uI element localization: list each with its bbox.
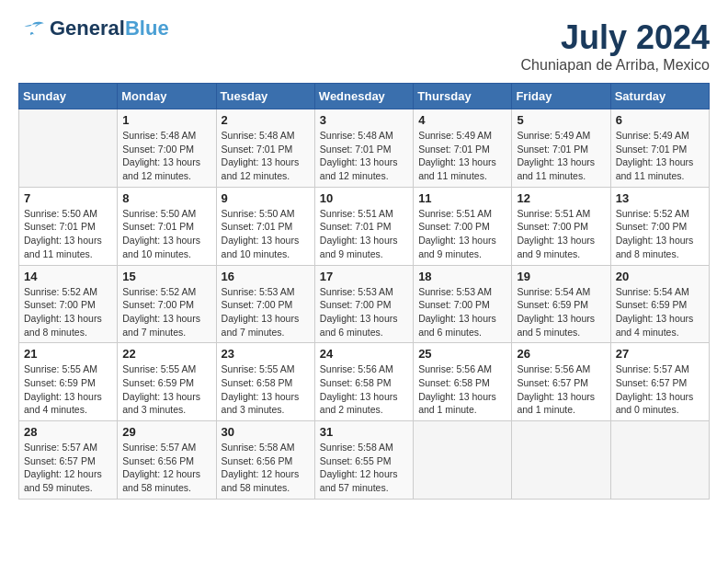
day-number: 5 xyxy=(517,113,605,127)
calendar-week-5: 28Sunrise: 5:57 AMSunset: 6:57 PMDayligh… xyxy=(19,421,710,500)
day-number: 22 xyxy=(122,347,210,361)
calendar-cell: 31Sunrise: 5:58 AMSunset: 6:55 PMDayligh… xyxy=(314,421,413,500)
calendar-header-row: SundayMondayTuesdayWednesdayThursdayFrid… xyxy=(19,84,710,109)
calendar-cell: 3Sunrise: 5:48 AMSunset: 7:01 PMDaylight… xyxy=(314,109,413,188)
day-number: 16 xyxy=(222,270,310,283)
day-info: Sunrise: 5:55 AMSunset: 6:58 PMDaylight:… xyxy=(222,362,310,417)
calendar-header-tuesday: Tuesday xyxy=(216,84,314,109)
calendar-header-wednesday: Wednesday xyxy=(314,84,413,109)
day-info: Sunrise: 5:51 AMSunset: 7:00 PMDaylight:… xyxy=(517,207,605,261)
day-number: 9 xyxy=(222,191,310,205)
day-info: Sunrise: 5:57 AMSunset: 6:57 PMDaylight:… xyxy=(24,441,112,495)
day-number: 17 xyxy=(320,270,408,283)
day-info: Sunrise: 5:55 AMSunset: 6:59 PMDaylight:… xyxy=(122,362,210,417)
day-number: 18 xyxy=(418,270,506,283)
day-number: 19 xyxy=(517,270,605,283)
calendar-week-4: 21Sunrise: 5:55 AMSunset: 6:59 PMDayligh… xyxy=(19,343,710,421)
day-number: 31 xyxy=(320,425,408,439)
day-number: 21 xyxy=(24,347,112,361)
title-block: July 2024 Chuniapan de Arriba, Mexico xyxy=(521,18,710,74)
main-title: July 2024 xyxy=(521,18,710,57)
page-header: GeneralBlue July 2024 Chuniapan de Arrib… xyxy=(18,18,710,74)
day-number: 13 xyxy=(616,191,704,205)
calendar-cell: 18Sunrise: 5:53 AMSunset: 7:00 PMDayligh… xyxy=(414,265,512,343)
day-number: 12 xyxy=(517,191,605,205)
calendar-cell: 20Sunrise: 5:54 AMSunset: 6:59 PMDayligh… xyxy=(610,265,709,343)
day-number: 24 xyxy=(320,347,408,361)
calendar-cell: 19Sunrise: 5:54 AMSunset: 6:59 PMDayligh… xyxy=(512,265,610,343)
calendar-cell: 1Sunrise: 5:48 AMSunset: 7:00 PMDaylight… xyxy=(118,109,216,188)
calendar-cell: 7Sunrise: 5:50 AMSunset: 7:01 PMDaylight… xyxy=(19,187,118,265)
calendar-cell: 30Sunrise: 5:58 AMSunset: 6:56 PMDayligh… xyxy=(216,421,314,500)
calendar-cell: 17Sunrise: 5:53 AMSunset: 7:00 PMDayligh… xyxy=(314,265,413,343)
day-info: Sunrise: 5:54 AMSunset: 6:59 PMDaylight:… xyxy=(517,285,605,339)
day-number: 3 xyxy=(320,113,408,127)
day-info: Sunrise: 5:51 AMSunset: 7:00 PMDaylight:… xyxy=(418,207,506,261)
day-info: Sunrise: 5:57 AMSunset: 6:56 PMDaylight:… xyxy=(122,441,210,495)
calendar-cell: 2Sunrise: 5:48 AMSunset: 7:01 PMDaylight… xyxy=(216,109,314,188)
calendar-week-3: 14Sunrise: 5:52 AMSunset: 7:00 PMDayligh… xyxy=(19,265,710,343)
calendar-cell: 13Sunrise: 5:52 AMSunset: 7:00 PMDayligh… xyxy=(610,187,709,265)
day-number: 23 xyxy=(222,347,310,361)
day-info: Sunrise: 5:49 AMSunset: 7:01 PMDaylight:… xyxy=(616,129,704,183)
day-info: Sunrise: 5:56 AMSunset: 6:57 PMDaylight:… xyxy=(517,362,605,417)
calendar-cell: 15Sunrise: 5:52 AMSunset: 7:00 PMDayligh… xyxy=(118,265,216,343)
day-number: 29 xyxy=(122,425,210,439)
calendar-cell: 10Sunrise: 5:51 AMSunset: 7:01 PMDayligh… xyxy=(314,187,413,265)
logo-text: GeneralBlue xyxy=(50,18,169,39)
logo: GeneralBlue xyxy=(18,18,169,39)
day-number: 20 xyxy=(616,270,704,283)
day-info: Sunrise: 5:52 AMSunset: 7:00 PMDaylight:… xyxy=(122,285,210,339)
day-info: Sunrise: 5:49 AMSunset: 7:01 PMDaylight:… xyxy=(418,129,506,183)
day-info: Sunrise: 5:52 AMSunset: 7:00 PMDaylight:… xyxy=(616,207,704,261)
calendar-cell: 11Sunrise: 5:51 AMSunset: 7:00 PMDayligh… xyxy=(414,187,512,265)
day-info: Sunrise: 5:53 AMSunset: 7:00 PMDaylight:… xyxy=(320,285,408,339)
day-info: Sunrise: 5:50 AMSunset: 7:01 PMDaylight:… xyxy=(122,207,210,261)
calendar-cell: 26Sunrise: 5:56 AMSunset: 6:57 PMDayligh… xyxy=(512,343,610,421)
calendar-header-saturday: Saturday xyxy=(610,84,709,109)
calendar-cell: 5Sunrise: 5:49 AMSunset: 7:01 PMDaylight… xyxy=(512,109,610,188)
day-info: Sunrise: 5:52 AMSunset: 7:00 PMDaylight:… xyxy=(24,285,112,339)
calendar-cell xyxy=(610,421,709,500)
day-number: 4 xyxy=(418,113,506,127)
calendar-cell: 23Sunrise: 5:55 AMSunset: 6:58 PMDayligh… xyxy=(216,343,314,421)
day-info: Sunrise: 5:54 AMSunset: 6:59 PMDaylight:… xyxy=(616,285,704,339)
calendar-cell xyxy=(512,421,610,500)
day-info: Sunrise: 5:49 AMSunset: 7:01 PMDaylight:… xyxy=(517,129,605,183)
day-info: Sunrise: 5:53 AMSunset: 7:00 PMDaylight:… xyxy=(222,285,310,339)
calendar-cell: 14Sunrise: 5:52 AMSunset: 7:00 PMDayligh… xyxy=(19,265,118,343)
calendar-cell xyxy=(414,421,512,500)
day-number: 7 xyxy=(24,191,112,205)
calendar-cell: 24Sunrise: 5:56 AMSunset: 6:58 PMDayligh… xyxy=(314,343,413,421)
day-info: Sunrise: 5:51 AMSunset: 7:01 PMDaylight:… xyxy=(320,207,408,261)
day-number: 25 xyxy=(418,347,506,361)
calendar-cell: 6Sunrise: 5:49 AMSunset: 7:01 PMDaylight… xyxy=(610,109,709,188)
calendar-header-thursday: Thursday xyxy=(414,84,512,109)
day-number: 30 xyxy=(222,425,310,439)
day-info: Sunrise: 5:56 AMSunset: 6:58 PMDaylight:… xyxy=(418,362,506,417)
logo-bird-icon xyxy=(18,19,46,38)
calendar-cell: 4Sunrise: 5:49 AMSunset: 7:01 PMDaylight… xyxy=(414,109,512,188)
day-info: Sunrise: 5:53 AMSunset: 7:00 PMDaylight:… xyxy=(418,285,506,339)
calendar-header-monday: Monday xyxy=(118,84,216,109)
day-info: Sunrise: 5:48 AMSunset: 7:00 PMDaylight:… xyxy=(122,129,210,183)
day-info: Sunrise: 5:55 AMSunset: 6:59 PMDaylight:… xyxy=(24,362,112,417)
calendar-cell: 21Sunrise: 5:55 AMSunset: 6:59 PMDayligh… xyxy=(19,343,118,421)
calendar-cell xyxy=(19,109,118,188)
day-number: 8 xyxy=(122,191,210,205)
calendar-cell: 27Sunrise: 5:57 AMSunset: 6:57 PMDayligh… xyxy=(610,343,709,421)
day-info: Sunrise: 5:48 AMSunset: 7:01 PMDaylight:… xyxy=(222,129,310,183)
calendar-cell: 8Sunrise: 5:50 AMSunset: 7:01 PMDaylight… xyxy=(118,187,216,265)
calendar-header-sunday: Sunday xyxy=(19,84,118,109)
calendar-cell: 12Sunrise: 5:51 AMSunset: 7:00 PMDayligh… xyxy=(512,187,610,265)
day-info: Sunrise: 5:50 AMSunset: 7:01 PMDaylight:… xyxy=(222,207,310,261)
day-number: 27 xyxy=(616,347,704,361)
subtitle: Chuniapan de Arriba, Mexico xyxy=(521,57,710,74)
day-info: Sunrise: 5:58 AMSunset: 6:55 PMDaylight:… xyxy=(320,441,408,495)
day-info: Sunrise: 5:57 AMSunset: 6:57 PMDaylight:… xyxy=(616,362,704,417)
day-number: 11 xyxy=(418,191,506,205)
day-number: 10 xyxy=(320,191,408,205)
calendar-table: SundayMondayTuesdayWednesdayThursdayFrid… xyxy=(18,83,710,500)
calendar-week-2: 7Sunrise: 5:50 AMSunset: 7:01 PMDaylight… xyxy=(19,187,710,265)
calendar-cell: 29Sunrise: 5:57 AMSunset: 6:56 PMDayligh… xyxy=(118,421,216,500)
